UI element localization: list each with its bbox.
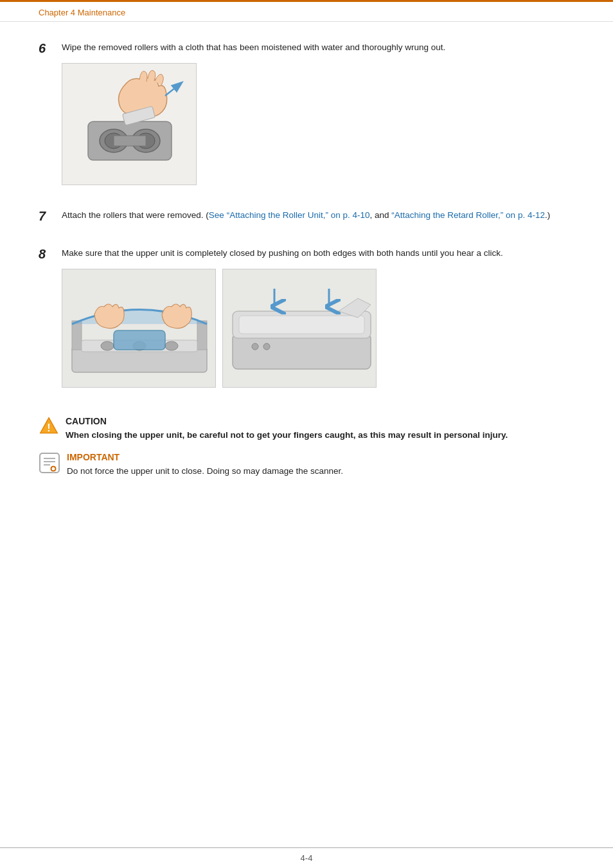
- important-block: IMPORTANT Do not force the upper unit to…: [39, 452, 574, 478]
- step-8-illustrations: [62, 269, 574, 394]
- svg-rect-6: [114, 136, 146, 146]
- step-8-left-svg: [62, 269, 216, 388]
- caution-triangle-svg: !: [39, 416, 59, 437]
- step-7-link1[interactable]: See “Attaching the Roller Unit,” on p. 4…: [209, 210, 370, 220]
- step-6-content: Wipe the removed rollers with a cloth th…: [62, 41, 574, 194]
- step-8-block: 8 Make sure that the upper unit is compl…: [39, 247, 574, 401]
- step-8-illustration-left: [62, 269, 216, 388]
- bottom-bar: 4-4: [0, 847, 613, 868]
- step-8-text: Make sure that the upper unit is complet…: [62, 247, 574, 260]
- chapter-title: Chapter 4 Maintenance: [39, 8, 125, 17]
- important-icon-svg: [39, 452, 60, 474]
- svg-text:!: !: [47, 422, 50, 433]
- step-6-number: 6: [39, 41, 62, 56]
- top-bar: Chapter 4 Maintenance: [0, 0, 613, 22]
- svg-point-21: [252, 343, 258, 350]
- important-icon: [39, 452, 60, 474]
- svg-rect-16: [114, 330, 165, 350]
- step-7-text-before: Attach the rollers that were removed. (: [62, 210, 209, 220]
- step-8-number: 8: [39, 247, 62, 262]
- step-7-content: Attach the rollers that were removed. (S…: [62, 209, 574, 231]
- important-title: IMPORTANT: [67, 452, 574, 462]
- svg-rect-20: [239, 316, 364, 334]
- svg-rect-10: [72, 321, 82, 350]
- svg-rect-18: [233, 334, 371, 369]
- important-body: IMPORTANT Do not force the upper unit to…: [67, 452, 574, 478]
- step-8-right-svg: [223, 269, 377, 388]
- caution-text: When closing the upper unit, be careful …: [66, 429, 574, 442]
- step-7-link2[interactable]: “Attaching the Retard Roller,” on p. 4-1…: [391, 210, 545, 220]
- important-text: Do not force the upper unit to close. Do…: [67, 465, 574, 478]
- step-7-block: 7 Attach the rollers that were removed. …: [39, 209, 574, 231]
- page-content: 6 Wipe the removed rollers with a cloth …: [0, 22, 613, 523]
- step-6-svg: [62, 64, 197, 185]
- step-7-text-after: .): [545, 210, 550, 220]
- caution-title: CAUTION: [66, 416, 574, 426]
- caution-icon: !: [39, 416, 59, 437]
- svg-point-15: [165, 341, 178, 350]
- svg-point-30: [52, 467, 55, 471]
- step-7-number: 7: [39, 209, 62, 224]
- step-8-illustration-right: [222, 269, 377, 388]
- step-6-illustration: [62, 63, 197, 185]
- step-6-text: Wipe the removed rollers with a cloth th…: [62, 41, 574, 54]
- step-8-content: Make sure that the upper unit is complet…: [62, 247, 574, 401]
- page-number: 4-4: [301, 853, 313, 863]
- step-7-text: Attach the rollers that were removed. (S…: [62, 209, 574, 222]
- svg-rect-11: [197, 321, 207, 350]
- step-7-text-middle: , and: [370, 210, 392, 220]
- step-6-block: 6 Wipe the removed rollers with a cloth …: [39, 41, 574, 194]
- svg-point-22: [263, 343, 270, 350]
- caution-body: CAUTION When closing the upper unit, be …: [66, 416, 574, 442]
- caution-block: ! CAUTION When closing the upper unit, b…: [39, 416, 574, 442]
- svg-point-13: [101, 341, 114, 350]
